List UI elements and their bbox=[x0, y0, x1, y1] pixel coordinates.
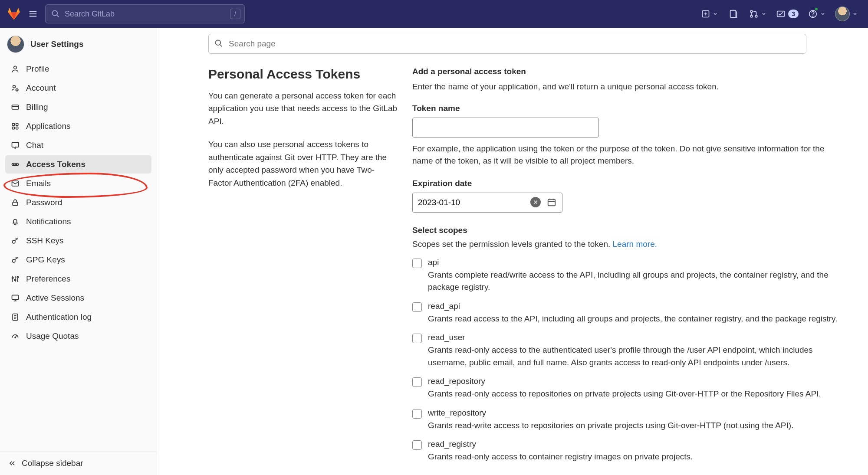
page-title: Personal Access Tokens bbox=[208, 67, 398, 82]
key-icon bbox=[10, 255, 20, 265]
sidebar-item-label: Account bbox=[26, 83, 56, 93]
svg-point-10 bbox=[750, 15, 753, 17]
apps-icon bbox=[10, 121, 20, 131]
svg-point-31 bbox=[12, 259, 15, 262]
chat-icon bbox=[10, 141, 20, 150]
scope-row-write_repository: write_repositoryGrants read-write access… bbox=[412, 408, 844, 432]
search-shortcut-hint: / bbox=[230, 9, 240, 19]
user-icon bbox=[10, 64, 20, 74]
sidebar-item-preferences[interactable]: Preferences bbox=[5, 270, 151, 288]
sidebar-item-authentication-log[interactable]: Authentication log bbox=[5, 308, 151, 326]
page-description-2: You can also use personal access tokens … bbox=[208, 138, 398, 189]
svg-point-26 bbox=[15, 164, 15, 164]
mail-icon bbox=[10, 179, 20, 188]
sidebar-item-active-sessions[interactable]: Active Sessions bbox=[5, 289, 151, 307]
sidebar-item-chat[interactable]: Chat bbox=[5, 136, 151, 154]
sidebar-item-gpg-keys[interactable]: GPG Keys bbox=[5, 251, 151, 269]
calendar-icon[interactable] bbox=[547, 197, 556, 207]
collapse-sidebar-label: Collapse sidebar bbox=[22, 459, 83, 468]
scopes-learn-more-link[interactable]: Learn more. bbox=[613, 239, 657, 249]
gear-user-icon bbox=[10, 83, 20, 93]
sidebar-item-access-tokens[interactable]: Access Tokens bbox=[5, 155, 151, 174]
merge-requests-menu[interactable] bbox=[749, 9, 766, 19]
scope-description: Grants read access to the API, including… bbox=[428, 313, 844, 325]
scope-row-api: apiGrants complete read/write access to … bbox=[412, 258, 844, 294]
svg-point-46 bbox=[15, 337, 16, 338]
collapse-sidebar-button[interactable]: Collapse sidebar bbox=[0, 451, 157, 475]
page-search-input[interactable] bbox=[208, 34, 806, 54]
log-icon bbox=[10, 312, 20, 322]
scope-checkbox-read_repository[interactable] bbox=[412, 377, 422, 387]
ellipsis-icon bbox=[10, 160, 20, 169]
sidebar-item-applications[interactable]: Applications bbox=[5, 117, 151, 135]
form-heading: Add a personal access token bbox=[412, 67, 844, 76]
scope-checkbox-read_registry[interactable] bbox=[412, 440, 422, 450]
create-menu[interactable] bbox=[701, 10, 718, 18]
svg-rect-21 bbox=[16, 123, 18, 125]
user-avatar bbox=[835, 7, 850, 21]
scope-description: Grants complete read/write access to the… bbox=[428, 269, 844, 294]
svg-point-17 bbox=[16, 89, 18, 91]
form-subheading: Enter the name of your application, and … bbox=[412, 81, 844, 93]
scope-name: read_user bbox=[428, 333, 844, 342]
lock-icon bbox=[10, 198, 20, 207]
svg-point-35 bbox=[12, 277, 13, 278]
global-search-input[interactable] bbox=[45, 4, 245, 23]
sidebar-item-profile[interactable]: Profile bbox=[5, 60, 151, 78]
hamburger-menu-icon[interactable] bbox=[26, 7, 40, 21]
svg-rect-22 bbox=[12, 127, 14, 129]
scope-checkbox-read_api[interactable] bbox=[412, 302, 422, 312]
sidebar-item-label: SSH Keys bbox=[26, 236, 64, 246]
sidebar-item-billing[interactable]: Billing bbox=[5, 98, 151, 116]
sidebar-item-usage-quotas[interactable]: Usage Quotas bbox=[5, 327, 151, 345]
chevron-down-icon bbox=[761, 11, 766, 16]
scope-checkbox-write_repository[interactable] bbox=[412, 409, 422, 419]
sidebar-item-emails[interactable]: Emails bbox=[5, 174, 151, 193]
sidebar-item-label: Chat bbox=[26, 141, 43, 150]
scope-row-read_repository: read_repositoryGrants read-only access t… bbox=[412, 377, 844, 400]
sidebar-item-label: Profile bbox=[26, 64, 49, 74]
gitlab-logo[interactable] bbox=[7, 7, 21, 21]
key-icon bbox=[10, 236, 20, 246]
sidebar-item-password[interactable]: Password bbox=[5, 193, 151, 212]
svg-rect-8 bbox=[730, 10, 736, 18]
svg-point-11 bbox=[755, 15, 757, 17]
sidebar-item-ssh-keys[interactable]: SSH Keys bbox=[5, 232, 151, 250]
svg-rect-29 bbox=[13, 202, 18, 206]
svg-point-36 bbox=[14, 279, 16, 281]
svg-point-14 bbox=[812, 16, 813, 16]
token-name-label: Token name bbox=[412, 104, 844, 113]
svg-line-4 bbox=[57, 15, 59, 17]
todos-count-badge: 3 bbox=[788, 10, 799, 18]
svg-line-48 bbox=[220, 45, 222, 47]
sidebar-item-label: Active Sessions bbox=[26, 293, 84, 303]
token-name-input[interactable] bbox=[412, 118, 599, 138]
clear-date-icon[interactable] bbox=[530, 197, 541, 207]
sidebar-item-label: Notifications bbox=[26, 217, 71, 226]
scope-name: read_api bbox=[428, 301, 844, 311]
svg-point-30 bbox=[12, 240, 15, 243]
scope-description: Grants read-write access to repositories… bbox=[428, 419, 844, 432]
svg-point-15 bbox=[14, 66, 17, 69]
sidebar-avatar bbox=[7, 36, 24, 53]
sidebar-item-account[interactable]: Account bbox=[5, 79, 151, 97]
svg-point-37 bbox=[17, 276, 18, 278]
scope-checkbox-read_user[interactable] bbox=[412, 334, 422, 343]
scope-row-read_user: read_userGrants read-only access to the … bbox=[412, 333, 844, 369]
scope-name: read_repository bbox=[428, 377, 844, 386]
token-name-helper: For example, the application using the t… bbox=[412, 143, 844, 167]
svg-point-16 bbox=[13, 85, 16, 88]
gauge-icon bbox=[10, 331, 20, 341]
chevron-down-icon bbox=[820, 11, 825, 16]
sidebar-item-notifications[interactable]: Notifications bbox=[5, 213, 151, 231]
help-menu[interactable] bbox=[808, 8, 825, 20]
issues-link[interactable] bbox=[727, 8, 740, 20]
scope-name: api bbox=[428, 258, 844, 267]
scope-row-read_registry: read_registryGrants read-only access to … bbox=[412, 439, 844, 463]
todos-link[interactable]: 3 bbox=[776, 9, 799, 19]
scope-description: Grants read-only access to the authentic… bbox=[428, 344, 844, 369]
scope-checkbox-api[interactable] bbox=[412, 259, 422, 268]
search-icon bbox=[214, 39, 223, 48]
scopes-heading: Select scopes bbox=[412, 226, 844, 235]
user-menu[interactable] bbox=[835, 7, 858, 21]
